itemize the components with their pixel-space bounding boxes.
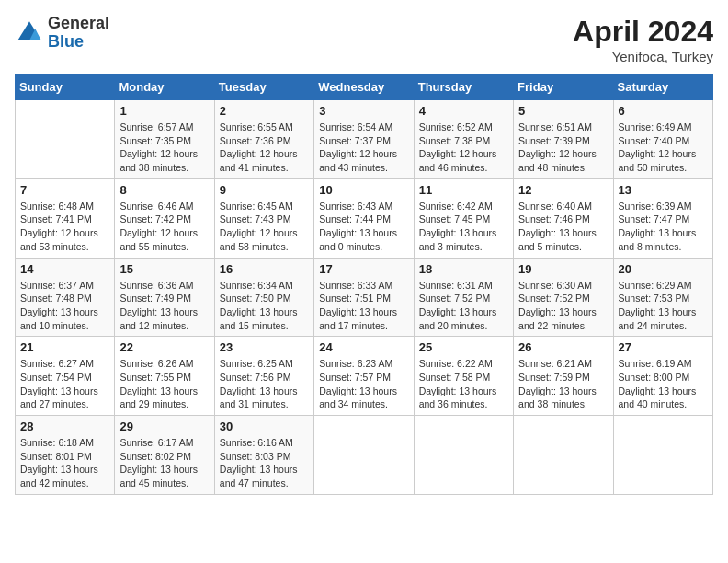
day-cell: 1Sunrise: 6:57 AMSunset: 7:35 PMDaylight… bbox=[115, 100, 214, 179]
day-info: Sunrise: 6:45 AMSunset: 7:43 PMDaylight:… bbox=[220, 200, 309, 254]
day-cell: 19Sunrise: 6:30 AMSunset: 7:52 PMDayligh… bbox=[514, 258, 613, 337]
day-number: 4 bbox=[419, 104, 508, 118]
col-header-sunday: Sunday bbox=[16, 75, 115, 100]
day-cell bbox=[16, 100, 115, 179]
day-cell: 10Sunrise: 6:43 AMSunset: 7:44 PMDayligh… bbox=[314, 178, 414, 258]
day-number: 5 bbox=[518, 104, 608, 118]
day-number: 22 bbox=[119, 340, 209, 354]
week-row-4: 21Sunrise: 6:27 AMSunset: 7:54 PMDayligh… bbox=[16, 337, 713, 416]
day-number: 7 bbox=[20, 183, 109, 197]
day-info: Sunrise: 6:23 AMSunset: 7:57 PMDaylight:… bbox=[319, 357, 408, 411]
day-info: Sunrise: 6:22 AMSunset: 7:58 PMDaylight:… bbox=[419, 357, 508, 411]
day-info: Sunrise: 6:39 AMSunset: 7:47 PMDaylight:… bbox=[619, 200, 708, 254]
day-info: Sunrise: 6:34 AMSunset: 7:50 PMDaylight:… bbox=[220, 279, 309, 333]
logo-general: General bbox=[48, 15, 109, 33]
day-info: Sunrise: 6:46 AMSunset: 7:42 PMDaylight:… bbox=[119, 200, 209, 254]
logo: General Blue bbox=[15, 15, 109, 52]
day-cell: 8Sunrise: 6:46 AMSunset: 7:42 PMDaylight… bbox=[115, 178, 214, 258]
week-row-1: 1Sunrise: 6:57 AMSunset: 7:35 PMDaylight… bbox=[16, 100, 713, 179]
day-info: Sunrise: 6:48 AMSunset: 7:41 PMDaylight:… bbox=[20, 200, 109, 254]
day-number: 28 bbox=[20, 419, 109, 433]
day-number: 21 bbox=[20, 340, 109, 354]
day-cell: 16Sunrise: 6:34 AMSunset: 7:50 PMDayligh… bbox=[214, 258, 313, 337]
day-cell: 13Sunrise: 6:39 AMSunset: 7:47 PMDayligh… bbox=[613, 178, 712, 258]
logo-blue: Blue bbox=[48, 33, 109, 52]
day-info: Sunrise: 6:18 AMSunset: 8:01 PMDaylight:… bbox=[20, 436, 109, 490]
day-info: Sunrise: 6:57 AMSunset: 7:35 PMDaylight:… bbox=[119, 121, 209, 175]
day-cell: 6Sunrise: 6:49 AMSunset: 7:40 PMDaylight… bbox=[613, 100, 712, 179]
day-number: 25 bbox=[419, 340, 508, 354]
day-number: 20 bbox=[619, 262, 708, 276]
day-number: 27 bbox=[619, 340, 708, 354]
day-number: 11 bbox=[419, 183, 508, 197]
day-cell: 25Sunrise: 6:22 AMSunset: 7:58 PMDayligh… bbox=[414, 337, 513, 416]
day-number: 2 bbox=[220, 104, 309, 118]
location: Yenifoca, Turkey bbox=[573, 49, 713, 64]
day-number: 18 bbox=[419, 262, 508, 276]
calendar-table: SundayMondayTuesdayWednesdayThursdayFrid… bbox=[15, 74, 713, 495]
day-info: Sunrise: 6:21 AMSunset: 7:59 PMDaylight:… bbox=[518, 357, 608, 411]
day-cell: 22Sunrise: 6:26 AMSunset: 7:55 PMDayligh… bbox=[115, 337, 214, 416]
day-cell: 4Sunrise: 6:52 AMSunset: 7:38 PMDaylight… bbox=[414, 100, 513, 179]
day-cell: 5Sunrise: 6:51 AMSunset: 7:39 PMDaylight… bbox=[514, 100, 613, 179]
day-number: 29 bbox=[119, 419, 209, 433]
day-cell bbox=[314, 416, 414, 495]
day-number: 26 bbox=[518, 340, 608, 354]
day-info: Sunrise: 6:33 AMSunset: 7:51 PMDaylight:… bbox=[319, 279, 408, 333]
day-number: 14 bbox=[20, 262, 109, 276]
day-cell: 18Sunrise: 6:31 AMSunset: 7:52 PMDayligh… bbox=[414, 258, 513, 337]
day-info: Sunrise: 6:42 AMSunset: 7:45 PMDaylight:… bbox=[419, 200, 508, 254]
title-area: April 2024 Yenifoca, Turkey bbox=[573, 15, 713, 64]
day-info: Sunrise: 6:49 AMSunset: 7:40 PMDaylight:… bbox=[619, 121, 708, 175]
day-cell: 29Sunrise: 6:17 AMSunset: 8:02 PMDayligh… bbox=[115, 416, 214, 495]
day-info: Sunrise: 6:51 AMSunset: 7:39 PMDaylight:… bbox=[518, 121, 608, 175]
day-info: Sunrise: 6:26 AMSunset: 7:55 PMDaylight:… bbox=[119, 357, 209, 411]
col-header-thursday: Thursday bbox=[414, 75, 513, 100]
col-header-tuesday: Tuesday bbox=[214, 75, 313, 100]
day-cell: 30Sunrise: 6:16 AMSunset: 8:03 PMDayligh… bbox=[214, 416, 313, 495]
day-cell: 7Sunrise: 6:48 AMSunset: 7:41 PMDaylight… bbox=[16, 178, 115, 258]
day-number: 13 bbox=[619, 183, 708, 197]
page-header: General Blue April 2024 Yenifoca, Turkey bbox=[15, 15, 713, 64]
day-info: Sunrise: 6:17 AMSunset: 8:02 PMDaylight:… bbox=[119, 436, 209, 490]
day-info: Sunrise: 6:29 AMSunset: 7:53 PMDaylight:… bbox=[619, 279, 708, 333]
day-number: 1 bbox=[119, 104, 209, 118]
month-year: April 2024 bbox=[573, 15, 713, 49]
day-number: 17 bbox=[319, 262, 408, 276]
day-info: Sunrise: 6:30 AMSunset: 7:52 PMDaylight:… bbox=[518, 279, 608, 333]
day-number: 10 bbox=[319, 183, 408, 197]
day-cell: 26Sunrise: 6:21 AMSunset: 7:59 PMDayligh… bbox=[514, 337, 613, 416]
day-cell bbox=[414, 416, 513, 495]
day-number: 9 bbox=[220, 183, 309, 197]
day-cell: 21Sunrise: 6:27 AMSunset: 7:54 PMDayligh… bbox=[16, 337, 115, 416]
day-cell: 14Sunrise: 6:37 AMSunset: 7:48 PMDayligh… bbox=[16, 258, 115, 337]
day-info: Sunrise: 6:16 AMSunset: 8:03 PMDaylight:… bbox=[220, 436, 309, 490]
day-number: 8 bbox=[119, 183, 209, 197]
day-cell: 11Sunrise: 6:42 AMSunset: 7:45 PMDayligh… bbox=[414, 178, 513, 258]
day-cell: 24Sunrise: 6:23 AMSunset: 7:57 PMDayligh… bbox=[314, 337, 414, 416]
day-cell: 28Sunrise: 6:18 AMSunset: 8:01 PMDayligh… bbox=[16, 416, 115, 495]
day-cell: 23Sunrise: 6:25 AMSunset: 7:56 PMDayligh… bbox=[214, 337, 313, 416]
day-cell: 9Sunrise: 6:45 AMSunset: 7:43 PMDaylight… bbox=[214, 178, 313, 258]
day-info: Sunrise: 6:31 AMSunset: 7:52 PMDaylight:… bbox=[419, 279, 508, 333]
day-cell: 12Sunrise: 6:40 AMSunset: 7:46 PMDayligh… bbox=[514, 178, 613, 258]
logo-icon bbox=[15, 18, 44, 48]
day-info: Sunrise: 6:52 AMSunset: 7:38 PMDaylight:… bbox=[419, 121, 508, 175]
day-number: 23 bbox=[220, 340, 309, 354]
day-number: 6 bbox=[619, 104, 708, 118]
col-header-wednesday: Wednesday bbox=[314, 75, 414, 100]
day-info: Sunrise: 6:19 AMSunset: 8:00 PMDaylight:… bbox=[619, 357, 708, 411]
day-info: Sunrise: 6:27 AMSunset: 7:54 PMDaylight:… bbox=[20, 357, 109, 411]
day-cell bbox=[613, 416, 712, 495]
day-info: Sunrise: 6:37 AMSunset: 7:48 PMDaylight:… bbox=[20, 279, 109, 333]
col-header-monday: Monday bbox=[115, 75, 214, 100]
week-row-2: 7Sunrise: 6:48 AMSunset: 7:41 PMDaylight… bbox=[16, 178, 713, 258]
day-number: 24 bbox=[319, 340, 408, 354]
day-number: 12 bbox=[518, 183, 608, 197]
day-info: Sunrise: 6:54 AMSunset: 7:37 PMDaylight:… bbox=[319, 121, 408, 175]
day-cell: 15Sunrise: 6:36 AMSunset: 7:49 PMDayligh… bbox=[115, 258, 214, 337]
col-header-saturday: Saturday bbox=[613, 75, 712, 100]
day-cell: 3Sunrise: 6:54 AMSunset: 7:37 PMDaylight… bbox=[314, 100, 414, 179]
day-info: Sunrise: 6:36 AMSunset: 7:49 PMDaylight:… bbox=[119, 279, 209, 333]
day-info: Sunrise: 6:43 AMSunset: 7:44 PMDaylight:… bbox=[319, 200, 408, 254]
